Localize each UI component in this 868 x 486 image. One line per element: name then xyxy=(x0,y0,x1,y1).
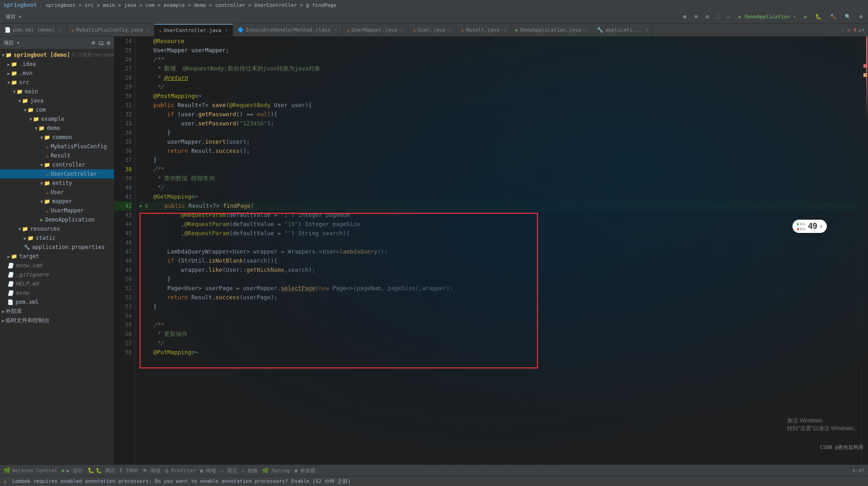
performance-widget: ● K/s ● K/s 49 s xyxy=(792,220,827,233)
tree-entity[interactable]: ▼ 📁 entity xyxy=(0,178,114,188)
tabbar: 📄 pom.xml (demo) × ☕ MybatisPlusConfig.j… xyxy=(0,24,868,37)
read-btn[interactable]: 👁 阅读 xyxy=(142,467,161,474)
editor-area[interactable]: ● K/s ● K/s 49 s 激活 Windows 转到"设置"以激活 Wi… xyxy=(114,37,868,464)
code-line-24: @Resource xyxy=(140,37,857,46)
version-control-btn[interactable]: 🌿 Version Control xyxy=(4,467,57,474)
tree-example[interactable]: ▼ 📁 example xyxy=(0,114,114,124)
sidebar-settings-btn[interactable]: ⚙ xyxy=(107,39,110,46)
code-line-25: UserMapper userMapper; xyxy=(140,46,857,55)
tree-static[interactable]: ▶ 📁 static xyxy=(0,233,114,243)
tree-main[interactable]: ▼ 📁 main xyxy=(0,87,114,96)
tab-usermapper[interactable]: ☕ UserMapper.java × xyxy=(342,24,408,36)
beans-btn[interactable]: ◉ 依据观 xyxy=(294,467,315,474)
code-line-51: Page<User> userPage = userMapper.selectP… xyxy=(140,284,857,293)
code-line-38: /** xyxy=(140,165,857,174)
code-line-43: @RequestParam(defaultValue = "1") Intege… xyxy=(140,211,857,220)
tab-mybatisplus[interactable]: ☕ MybatisPlusConfig.java × xyxy=(67,24,154,36)
check-btn[interactable]: ✓ 校验 xyxy=(242,467,258,474)
toolbar-run-btn[interactable]: ▶ xyxy=(802,13,810,21)
tree-temp-files[interactable]: ▶ 临时文件和控制台 xyxy=(0,316,114,325)
run-btn[interactable]: ▶ ▶ 运行 xyxy=(62,467,82,474)
toolbar-debug-btn[interactable]: 🐛 xyxy=(813,13,825,21)
tab-result[interactable]: ☕ Result.java × xyxy=(456,24,511,36)
sidebar-new-folder-btn[interactable]: 🗂 xyxy=(98,39,104,46)
toolbar-settings2-btn[interactable]: ⚙ xyxy=(857,13,865,21)
toolbar-layout-btn[interactable]: ⊞ xyxy=(681,13,689,21)
spring-btn[interactable]: 🌿 Spring xyxy=(262,468,290,474)
tab-application[interactable]: 🔧 applicati... × xyxy=(592,24,653,36)
tab-usercontroller[interactable]: ☕ UserController.java × xyxy=(154,24,233,36)
code-line-40: */ xyxy=(140,183,857,192)
tree-usermapper[interactable]: ☕ UserMapper xyxy=(0,206,114,215)
problems-btn[interactable]: ⚠ 题点 xyxy=(221,467,237,474)
tree-mvn[interactable]: ▶ 📁 .mvn xyxy=(0,69,114,78)
toolbar-build-btn[interactable]: 🔨 xyxy=(827,13,839,21)
code-line-27: * 新增 @RequestBody:前台传过来的json转换为java对象 xyxy=(140,64,857,73)
code-line-55: /** xyxy=(140,320,857,329)
sidebar-title: 项目 ▾ xyxy=(4,39,89,46)
tab-overflow-btn[interactable]: ▸ xyxy=(841,27,845,33)
tree-mybatisconfig[interactable]: ☕ MybatisPlusConfig xyxy=(0,142,114,151)
tree-demo[interactable]: ▼ 📁 demo xyxy=(0,124,114,133)
debug-btn[interactable]: 🐛 🐛 调试 xyxy=(87,467,115,474)
code-line-41: @GetMapping⚙↷ xyxy=(140,192,857,201)
tree-idea[interactable]: ▶ 📁 .idea xyxy=(0,59,114,69)
tree-mvnwcmd[interactable]: 📄 mvnw.cmd xyxy=(0,261,114,270)
titlebar-breadcrumb: springboot > src > main > java > com > e… xyxy=(45,2,336,8)
warning-icon: ⚠ xyxy=(4,478,7,484)
statusbar-right: 4:47 xyxy=(852,468,865,474)
tree-appprops[interactable]: 🔧 application.properties xyxy=(0,243,114,252)
code-line-34: } xyxy=(140,128,857,137)
tab-user[interactable]: ☕ User.java × xyxy=(408,24,456,36)
toolbar-settings-btn[interactable]: ⊟ xyxy=(703,13,712,21)
tree-gitignore[interactable]: 📄 .gitignore xyxy=(0,270,114,279)
tab-demoapplication[interactable]: ▶ DemoApplication.java × xyxy=(511,24,592,36)
code-line-53: } xyxy=(140,302,857,311)
bottom-message[interactable]: Lombok requires enabled annotation proce… xyxy=(12,478,351,485)
code-line-35: userMapper.insert(user); xyxy=(140,137,857,146)
sidebar-new-file-btn[interactable]: ⊕ xyxy=(92,39,95,46)
code-line-26: /** xyxy=(140,55,857,64)
tree-controller[interactable]: ▼ 📁 controller xyxy=(0,160,114,169)
code-line-50: } xyxy=(140,275,857,284)
tree-java[interactable]: ▼ 📁 java xyxy=(0,96,114,105)
tree-common[interactable]: ▼ 📁 common xyxy=(0,133,114,142)
code-line-36: return Result.success(); xyxy=(140,146,857,156)
tree-external-libs[interactable]: ▶ 外部库 xyxy=(0,307,114,316)
tree-root[interactable]: ▼ 📁 springboot [demo] D:\C盘面\springboot+… xyxy=(0,50,114,59)
tree-mapper[interactable]: ▼ 📁 mapper xyxy=(0,197,114,206)
code-container[interactable]: 24 25 26 27 28 29 30 31 32 33 34 35 36 3… xyxy=(114,37,868,464)
code-content[interactable]: @Resource UserMapper userMapper; /** * 新… xyxy=(135,37,861,464)
code-line-28: * @return xyxy=(140,73,857,82)
scroll-up-btn[interactable]: ▲ xyxy=(858,27,862,33)
tree-demoapplication[interactable]: ▶ DemoApplication xyxy=(0,215,114,224)
toolbar-minus-btn[interactable]: — xyxy=(724,13,733,21)
tree-resources[interactable]: ▼ 📁 resources xyxy=(0,224,114,233)
tree-com[interactable]: ▼ 📁 com xyxy=(0,105,114,114)
tree-user[interactable]: ☕ User xyxy=(0,188,114,197)
toolbar: 项目 ▾ ⊞ ≡ ⊟ | — ▶ DemoApplication ▾ ▶ 🐛 🔨… xyxy=(0,10,868,24)
tree-helpmd[interactable]: 📄 HELP.md xyxy=(0,279,114,288)
sidebar-header: 项目 ▾ ⊕ 🗂 ⚙ xyxy=(0,37,114,49)
toolbar-align-btn[interactable]: ≡ xyxy=(692,13,700,21)
scroll-down-btn[interactable]: ▼ xyxy=(861,27,864,33)
terminal-btn[interactable]: ▣ 终端 xyxy=(200,467,216,474)
tree-src[interactable]: ▼ 📁 src xyxy=(0,78,114,87)
tree-result[interactable]: ☕ Result xyxy=(0,151,114,160)
tree-usercontroller[interactable]: ☕ UserController xyxy=(0,169,114,178)
project-dropdown[interactable]: 项目 ▾ xyxy=(3,12,24,21)
profiler-btn[interactable]: @ Profiler xyxy=(165,468,195,474)
statusbar-left: 🌿 Version Control ▶ ▶ 运行 🐛 🐛 调试 E TODO 👁… xyxy=(4,467,315,474)
tab-pom[interactable]: 📄 pom.xml (demo) × xyxy=(0,24,67,36)
todo-btn[interactable]: E TODO xyxy=(119,468,138,474)
code-line-32: if (user.getPassword() == null){ xyxy=(140,110,857,119)
tab-invocable[interactable]: 🔷 InvocableHandlerMethod.class × xyxy=(233,24,342,36)
tree-pomxml[interactable]: 📄 pom.xml xyxy=(0,297,114,307)
time-label: 4:47 xyxy=(852,468,865,474)
tree-mvnw[interactable]: 📄 mvnw xyxy=(0,288,114,297)
toolbar-search-btn[interactable]: 🔍 xyxy=(842,13,854,21)
code-line-44: ,@RequestParam(defaultValue = "10") Inte… xyxy=(140,220,857,229)
tree-target[interactable]: ▶ 📁 target xyxy=(0,252,114,261)
scroll-indicator xyxy=(866,37,868,464)
toolbar-run-dropdown[interactable]: ▶ DemoApplication ▾ xyxy=(736,13,799,21)
